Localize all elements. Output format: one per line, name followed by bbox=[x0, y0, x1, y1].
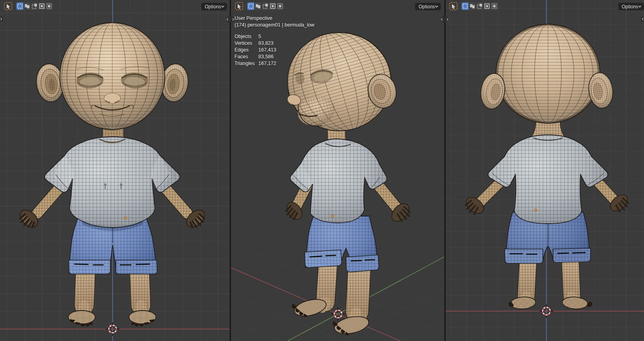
svg-text:Options: Options bbox=[622, 4, 638, 10]
svg-text:Options: Options bbox=[419, 4, 435, 10]
svg-text:Options: Options bbox=[205, 4, 221, 10]
